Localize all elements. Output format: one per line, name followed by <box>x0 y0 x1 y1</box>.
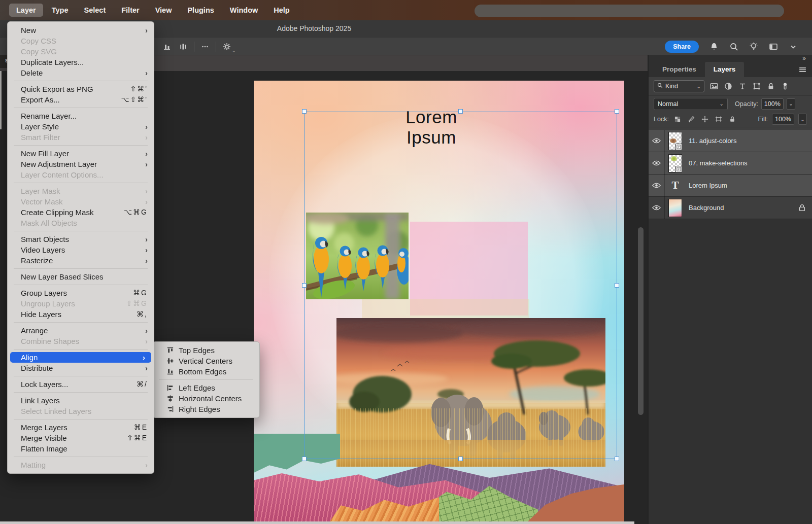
menu-item-new-adjustment-layer[interactable]: New Adjustment Layer› <box>8 159 154 169</box>
menu-item-hide-layers[interactable]: Hide Layers⌘, <box>8 309 154 320</box>
menu-item-group-layers[interactable]: Group Layers⌘G <box>8 288 154 298</box>
layer-visibility-eye-icon[interactable] <box>649 152 665 174</box>
menu-item-delete[interactable]: Delete› <box>8 67 154 78</box>
layer-visibility-eye-icon[interactable] <box>649 197 665 219</box>
menu-item-duplicate-layers[interactable]: Duplicate Layers... <box>8 57 154 67</box>
selection-handle-bottom-right[interactable] <box>615 457 619 461</box>
kind-filter-select[interactable]: Kind ⌄ <box>654 80 704 92</box>
menubar-item-plugins[interactable]: Plugins <box>180 4 221 17</box>
layer-row-background[interactable]: Background <box>649 197 812 219</box>
ellipsis-icon[interactable] <box>199 41 211 52</box>
layer-visibility-eye-icon[interactable] <box>649 130 665 152</box>
fill-dropdown-button[interactable]: ⌄ <box>798 114 807 125</box>
menubar-item-help[interactable]: Help <box>266 4 296 17</box>
submenu-item-label: Bottom Edges <box>179 366 226 377</box>
tab-layers[interactable]: Layers <box>705 62 745 77</box>
panels-icon[interactable] <box>769 42 778 51</box>
submenu-item-right-edges[interactable]: Right Edges <box>153 404 259 414</box>
parrots-image[interactable] <box>306 213 409 299</box>
layer-row-11-adjust-colors[interactable]: 11. adjust-colors <box>649 130 812 152</box>
layer-row-lorem-ipsum[interactable]: TLorem Ipsum <box>649 174 812 197</box>
adjustment-filter-icon[interactable] <box>722 81 734 92</box>
menubar-item-window[interactable]: Window <box>223 4 265 17</box>
layer-name: Lorem Ipsum <box>689 182 727 189</box>
layer-row-07-make-selections[interactable]: 07. make-selections <box>649 152 812 174</box>
distribute-tool-icon[interactable] <box>178 41 189 52</box>
canvas-vertical-scrollbar[interactable] <box>638 227 644 415</box>
opacity-dropdown-button[interactable]: ⌄ <box>787 98 795 110</box>
selection-handle-top-left[interactable] <box>302 109 307 114</box>
fill-input[interactable]: 100% <box>772 114 794 125</box>
menu-item-layer-style[interactable]: Layer Style› <box>8 121 154 132</box>
tab-properties[interactable]: Properties <box>654 62 705 77</box>
lock-artboard-icon[interactable] <box>714 115 723 124</box>
menubar-item-view[interactable]: View <box>148 4 179 17</box>
canvas-heading-text[interactable]: Lorem Ipsum <box>381 107 482 148</box>
menu-item-link-layers[interactable]: Link Layers <box>8 395 154 406</box>
menu-item-arrange[interactable]: Arrange› <box>8 325 154 336</box>
chevron-down-icon: ⌄ <box>720 101 724 107</box>
submenu-item-vertical-centers[interactable]: Vertical Centers <box>153 356 259 366</box>
menubar-item-select[interactable]: Select <box>77 4 113 17</box>
share-button[interactable]: Share <box>665 41 699 53</box>
document-canvas[interactable]: Lorem Ipsum <box>254 81 624 521</box>
elephants-image[interactable] <box>336 318 605 467</box>
menu-item-align[interactable]: Align› <box>10 352 151 363</box>
submenu-item-top-edges[interactable]: Top Edges <box>153 345 259 356</box>
menu-item-create-clipping-mask[interactable]: Create Clipping Mask⌥⌘G <box>8 207 154 218</box>
bell-icon[interactable] <box>709 42 719 51</box>
discover-icon[interactable] <box>749 42 758 51</box>
menubar-item-layer[interactable]: Layer <box>9 4 43 17</box>
submenu-item-label: Top Edges <box>179 345 215 356</box>
selection-handle-bottom-left[interactable] <box>302 457 307 461</box>
opacity-input[interactable]: 100% <box>761 98 784 110</box>
submenu-item-horizontal-centers[interactable]: Horizontal Centers <box>153 393 259 404</box>
menu-item-lock-layers[interactable]: Lock Layers...⌘/ <box>8 379 154 390</box>
filter-toggle-icon[interactable] <box>779 81 791 92</box>
search-icon[interactable] <box>729 42 738 51</box>
selection-handle-mid-left[interactable] <box>302 283 307 288</box>
layer-thumbnail[interactable] <box>668 199 682 217</box>
submenu-item-label: Vertical Centers <box>179 356 232 366</box>
chevron-down-icon[interactable] <box>789 42 798 51</box>
lock-transparency-icon[interactable] <box>673 115 682 124</box>
menu-item-smart-objects[interactable]: Smart Objects› <box>8 234 154 244</box>
selection-handle-top-center[interactable] <box>458 109 463 114</box>
submenu-item-bottom-edges[interactable]: Bottom Edges <box>153 366 259 377</box>
selection-handle-top-right[interactable] <box>615 109 619 114</box>
menu-item-label: Distribute <box>21 363 141 373</box>
menu-item-new-layer-based-slices[interactable]: New Layer Based Slices <box>8 271 154 282</box>
menu-item-new-fill-layer[interactable]: New Fill Layer› <box>8 148 154 159</box>
align-tool-icon[interactable] <box>161 41 173 52</box>
type-filter-icon[interactable] <box>736 81 748 92</box>
menu-item-merge-layers[interactable]: Merge Layers⌘E <box>8 422 154 433</box>
menu-item-rasterize[interactable]: Rasterize› <box>8 255 154 266</box>
lock-all-icon[interactable] <box>728 115 737 124</box>
menu-item-video-layers[interactable]: Video Layers› <box>8 244 154 255</box>
panel-menu-icon[interactable] <box>798 65 807 76</box>
submenu-item-left-edges[interactable]: Left Edges <box>153 382 259 393</box>
layer-visibility-eye-icon[interactable] <box>649 174 665 197</box>
menu-item-new[interactable]: New› <box>8 25 154 36</box>
menubar-item-type[interactable]: Type <box>45 4 76 17</box>
gear-icon[interactable]: ⌄ <box>221 41 232 52</box>
image-filter-icon[interactable] <box>708 81 720 92</box>
menu-item-quick-export-as-png[interactable]: Quick Export as PNG⇧⌘' <box>8 84 154 94</box>
menu-item-flatten-image[interactable]: Flatten Image <box>8 443 154 454</box>
menu-item-rename-layer[interactable]: Rename Layer... <box>8 111 154 121</box>
menu-item-distribute[interactable]: Distribute› <box>8 363 154 373</box>
menubar-item-filter[interactable]: Filter <box>114 4 146 17</box>
selection-handle-bottom-center[interactable] <box>458 457 463 461</box>
blend-mode-select[interactable]: Normal ⌄ <box>654 98 728 110</box>
menu-item-export-as[interactable]: Export As...⌥⇧⌘' <box>8 94 154 105</box>
smart-filter-icon[interactable] <box>765 81 776 92</box>
lock-move-icon[interactable] <box>700 115 709 124</box>
selection-handle-mid-right[interactable] <box>615 283 619 288</box>
layer-thumbnail[interactable] <box>668 132 682 150</box>
layer-thumbnail[interactable]: T <box>668 177 682 195</box>
collapse-panel-icon[interactable]: » <box>802 55 806 62</box>
lock-paint-icon[interactable] <box>687 115 696 124</box>
menu-item-merge-visible[interactable]: Merge Visible⇧⌘E <box>8 433 154 443</box>
layer-thumbnail[interactable] <box>668 154 682 172</box>
shape-filter-icon[interactable] <box>751 81 762 92</box>
